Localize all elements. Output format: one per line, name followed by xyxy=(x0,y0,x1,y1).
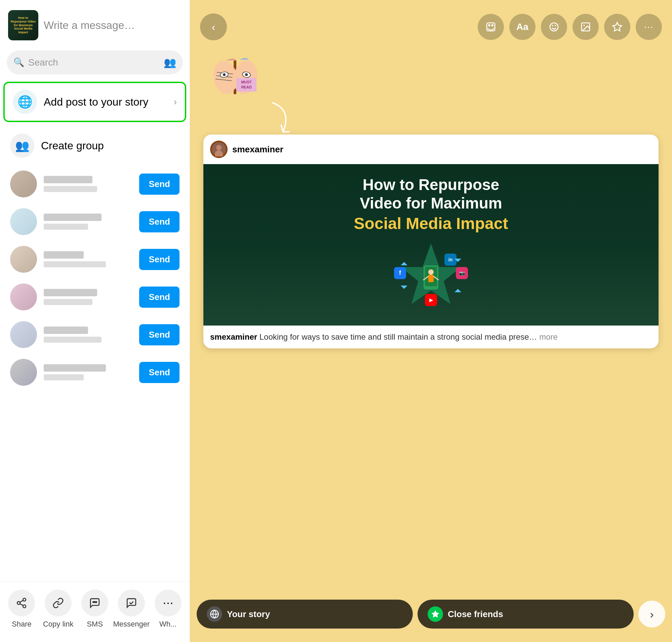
svg-text:f: f xyxy=(399,269,401,276)
contact-info xyxy=(44,289,132,305)
add-people-icon[interactable]: 👥 xyxy=(164,56,176,68)
contact-name-blur xyxy=(44,364,106,372)
svg-text:📷: 📷 xyxy=(459,270,465,276)
caption-text: Looking for ways to save time and still … xyxy=(257,332,537,341)
create-group-label: Create group xyxy=(41,140,104,152)
send-button-4[interactable]: Send xyxy=(139,286,180,308)
contact-avatar xyxy=(10,170,37,197)
next-icon: › xyxy=(650,608,654,621)
contact-msg-blur xyxy=(44,299,92,305)
share-icon xyxy=(8,590,35,616)
sms-icon xyxy=(81,590,108,616)
post-username: smexaminer xyxy=(232,144,283,155)
contact-avatar xyxy=(10,283,37,310)
messenger-icon xyxy=(118,590,145,616)
left-panel: How to Repurpose Video for Maximum Socia… xyxy=(0,0,190,642)
share-item-sms[interactable]: SMS xyxy=(77,590,113,629)
story-globe-icon: 🌐 xyxy=(13,90,37,114)
search-placeholder-text: Search xyxy=(28,57,160,68)
contact-msg-blur xyxy=(44,337,102,343)
svg-point-6 xyxy=(94,602,95,603)
story-toolbar: ‹ Aa xyxy=(190,0,672,47)
contact-row: Send xyxy=(0,203,190,241)
svg-marker-55 xyxy=(431,610,439,617)
contact-msg-blur xyxy=(44,224,88,230)
contact-msg-blur xyxy=(44,374,84,380)
close-friends-star-icon xyxy=(428,606,443,622)
contact-info xyxy=(44,326,132,343)
post-title-white: How to RepurposeVideo for Maximum xyxy=(360,176,502,213)
next-button[interactable]: › xyxy=(638,601,665,628)
contact-msg-blur xyxy=(44,186,97,192)
emoji-icon-btn[interactable] xyxy=(541,14,567,40)
contact-info xyxy=(44,176,132,192)
contact-info xyxy=(44,364,132,380)
send-button-3[interactable]: Send xyxy=(139,249,180,270)
toolbar-left: ‹ xyxy=(200,13,227,40)
your-story-globe-icon xyxy=(207,606,222,622)
svg-point-24 xyxy=(223,73,225,76)
svg-point-10 xyxy=(492,25,493,26)
post-avatar xyxy=(210,141,228,158)
post-thumbnail: How to Repurpose Video for Maximum Socia… xyxy=(8,10,38,40)
svg-point-45 xyxy=(428,269,434,275)
messenger-label: Messenger xyxy=(113,620,150,629)
contact-row: Send xyxy=(0,241,190,278)
text-icon-btn[interactable]: Aa xyxy=(509,14,535,40)
right-panel: ‹ Aa xyxy=(190,0,672,642)
svg-point-11 xyxy=(550,23,558,31)
svg-point-2 xyxy=(23,605,26,608)
svg-text:▶: ▶ xyxy=(429,297,433,303)
your-story-button[interactable]: Your story xyxy=(197,600,413,629)
share-bar: Share Copy link SMS xyxy=(0,581,190,642)
sticker-icon-btn[interactable] xyxy=(478,14,504,40)
add-story-label: Add post to your story xyxy=(44,96,167,108)
svg-line-3 xyxy=(20,604,24,606)
contact-row: Send xyxy=(0,278,190,316)
svg-point-7 xyxy=(96,602,97,603)
contact-name-blur xyxy=(44,289,97,296)
photo-icon-btn[interactable] xyxy=(572,14,599,40)
send-button-1[interactable]: Send xyxy=(139,174,180,195)
share-label: Share xyxy=(12,620,31,629)
share-item-more[interactable]: ⋯ Wh... xyxy=(150,590,186,629)
share-item-messenger[interactable]: Messenger xyxy=(113,590,150,629)
contact-avatar xyxy=(10,359,37,386)
svg-point-1 xyxy=(17,602,21,605)
more-options-btn[interactable]: ⋯ xyxy=(636,14,662,40)
search-bar[interactable]: 🔍 Search 👥 xyxy=(7,50,183,74)
send-button-5[interactable]: Send xyxy=(139,324,180,345)
svg-point-9 xyxy=(489,25,490,26)
more-link[interactable]: more xyxy=(537,332,558,341)
svg-marker-51 xyxy=(401,285,408,289)
send-button-6[interactable]: Send xyxy=(139,362,180,383)
close-friends-label: Close friends xyxy=(448,609,503,619)
contact-name-blur xyxy=(44,326,88,334)
post-caption: smexaminer Looking for ways to save time… xyxy=(203,325,659,348)
contact-avatar xyxy=(10,321,37,348)
svg-line-4 xyxy=(20,600,24,602)
post-card-header: smexaminer xyxy=(203,134,659,164)
add-story-row[interactable]: 🌐 Add post to your story › xyxy=(3,82,186,122)
post-title-yellow: Social Media Impact xyxy=(354,214,508,233)
create-group-row[interactable]: 👥 Create group xyxy=(0,126,190,165)
send-button-2[interactable]: Send xyxy=(139,211,180,232)
close-friends-button[interactable]: Close friends xyxy=(417,600,634,629)
book-sticker[interactable]: MUST READ xyxy=(207,54,274,107)
post-graphic: f 📷 ▶ in ♻ xyxy=(384,240,478,314)
share-item-copy-link[interactable]: Copy link xyxy=(40,590,77,629)
write-message-placeholder[interactable]: Write a message… xyxy=(44,19,135,31)
svg-rect-46 xyxy=(428,275,434,282)
post-image: How to RepurposeVideo for Maximum Social… xyxy=(203,164,659,325)
toolbar-icons: Aa xyxy=(478,14,662,40)
contact-list: Send Send Send Send xyxy=(0,165,190,581)
back-button[interactable]: ‹ xyxy=(200,13,227,40)
search-icon: 🔍 xyxy=(13,57,24,68)
contact-info xyxy=(44,251,132,267)
contact-name-blur xyxy=(44,251,84,259)
effects-icon-btn[interactable] xyxy=(604,14,630,40)
sms-label: SMS xyxy=(87,620,103,629)
svg-text:in: in xyxy=(449,257,452,262)
more-share-label: Wh... xyxy=(159,620,177,629)
share-item-share[interactable]: Share xyxy=(3,590,40,629)
